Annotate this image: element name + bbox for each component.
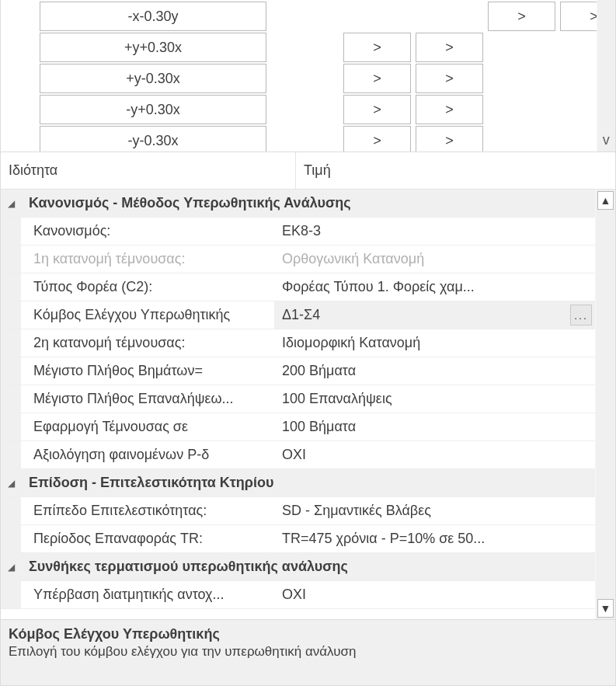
property-row[interactable]: Κόμβος Ελέγχου ΥπερωθητικήςΔ1-Σ4... bbox=[1, 301, 595, 329]
property-value[interactable]: 200 Βήματα bbox=[274, 357, 595, 385]
empty-cell bbox=[488, 126, 555, 151]
row-gutter bbox=[1, 441, 21, 468]
property-value-text: Ιδιομορφική Κατανομή bbox=[282, 335, 420, 351]
expand-icon[interactable]: ◢ bbox=[1, 553, 21, 580]
expand-icon[interactable]: ◢ bbox=[1, 469, 21, 496]
row-gutter bbox=[1, 581, 21, 608]
load-row: -x-0.30y>> bbox=[40, 2, 592, 31]
property-value-text: TR=475 χρόνια - P=10% σε 50... bbox=[282, 531, 485, 547]
scroll-down-icon[interactable]: v bbox=[597, 132, 615, 148]
property-grid-header: Ιδιότητα Τιμή bbox=[1, 152, 615, 190]
property-value[interactable]: Δ1-Σ4... bbox=[274, 301, 595, 329]
detail-button[interactable]: > bbox=[416, 64, 483, 93]
empty-cell bbox=[560, 126, 597, 151]
property-value-text: SD - Σημαντικές Βλάβες bbox=[282, 503, 431, 519]
property-label: 2η κατανομή τέμνουσας: bbox=[21, 329, 274, 357]
load-combination-cell[interactable]: +y+0.30x bbox=[40, 33, 266, 62]
property-value-text: 200 Βήματα bbox=[282, 363, 356, 379]
property-label: Κόμβος Ελέγχου Υπερωθητικής bbox=[21, 301, 274, 329]
property-label: Μέγιστο Πλήθος Επαναλήψεω... bbox=[21, 385, 274, 413]
property-value[interactable]: 100 Επαναλήψεις bbox=[274, 385, 595, 413]
load-combinations-body: -x-0.30y>>+y+0.30x>>+y-0.30x>>-y+0.30x>>… bbox=[1, 0, 597, 151]
property-value[interactable]: ΟΧΙ bbox=[274, 581, 595, 608]
property-row[interactable]: Κανονισμός:EK8-3 bbox=[1, 218, 595, 245]
load-combination-cell[interactable]: -x-0.30y bbox=[40, 2, 266, 31]
property-value-text: Ορθογωνική Κατανομή bbox=[282, 251, 424, 267]
load-combination-cell[interactable]: -y+0.30x bbox=[40, 95, 266, 124]
property-label: Υπέρβαση διατμητικής αντοχ... bbox=[21, 581, 274, 608]
property-row[interactable]: Περίοδος Επαναφοράς TR:TR=475 χρόνια - P… bbox=[1, 525, 595, 553]
property-row[interactable]: Μέγιστο Πλήθος Βημάτων=200 Βήματα bbox=[1, 357, 595, 385]
property-group-header[interactable]: ◢Κανονισμός - Μέθοδος Υπερωθητικής Ανάλυ… bbox=[1, 190, 595, 218]
property-group-header[interactable]: ◢Συνθήκες τερματισμού υπερωθητικής ανάλυ… bbox=[1, 553, 595, 581]
property-value-text: 100 Βήματα bbox=[282, 419, 356, 435]
group-title: Κανονισμός - Μέθοδος Υπερωθητικής Ανάλυσ… bbox=[21, 190, 595, 217]
description-panel: Κόμβος Ελέγχου Υπερωθητικής Επιλογή του … bbox=[1, 619, 615, 686]
detail-button[interactable]: > bbox=[488, 2, 555, 31]
property-value-text: ΟΧΙ bbox=[282, 587, 306, 603]
detail-button[interactable]: > bbox=[560, 2, 597, 31]
property-group-header[interactable]: ◢Επίδοση - Επιτελεστικότητα Κτηρίου bbox=[1, 469, 595, 497]
detail-button[interactable]: > bbox=[416, 126, 483, 151]
detail-button[interactable]: > bbox=[416, 33, 483, 62]
property-value[interactable]: Ορθογωνική Κατανομή bbox=[274, 245, 595, 273]
row-gutter bbox=[1, 273, 21, 301]
load-row: -y+0.30x>> bbox=[40, 95, 592, 124]
property-row[interactable]: Επίπεδο Επιτελεστικότητας:SD - Σημαντικέ… bbox=[1, 497, 595, 525]
load-combinations-grid: -x-0.30y>>+y+0.30x>>+y-0.30x>>-y+0.30x>>… bbox=[1, 0, 615, 152]
property-label: Μέγιστο Πλήθος Βημάτων= bbox=[21, 357, 274, 385]
property-label: Τύπος Φορέα (C2): bbox=[21, 273, 274, 301]
header-property: Ιδιότητα bbox=[1, 152, 296, 189]
ellipsis-button[interactable]: ... bbox=[570, 305, 592, 326]
property-value-text: EK8-3 bbox=[282, 223, 321, 239]
row-gutter bbox=[1, 218, 21, 245]
detail-button[interactable]: > bbox=[416, 95, 483, 124]
description-text: Επιλογή του κόμβου ελέγχου για την υπερω… bbox=[9, 644, 607, 660]
property-value[interactable]: SD - Σημαντικές Βλάβες bbox=[274, 497, 595, 524]
load-combination-cell[interactable]: +y-0.30x bbox=[40, 64, 266, 93]
row-gutter bbox=[1, 497, 21, 524]
group-title: Επίδοση - Επιτελεστικότητα Κτηρίου bbox=[21, 469, 595, 496]
property-label: Περίοδος Επαναφοράς TR: bbox=[21, 525, 274, 552]
property-row[interactable]: 2η κατανομή τέμνουσας:Ιδιομορφική Κατανο… bbox=[1, 329, 595, 357]
load-combination-cell[interactable]: -y-0.30x bbox=[40, 126, 266, 151]
detail-button[interactable]: > bbox=[343, 95, 411, 124]
property-row[interactable]: Υπέρβαση διατμητικής αντοχ...ΟΧΙ bbox=[1, 581, 595, 609]
property-value-text: 100 Επαναλήψεις bbox=[282, 391, 392, 407]
property-value-text: ΟΧΙ bbox=[282, 447, 306, 463]
property-row[interactable]: Μέγιστο Πλήθος Επαναλήψεω...100 Επαναλήψ… bbox=[1, 385, 595, 413]
property-grid-scrollbar[interactable]: ▲ ▼ bbox=[595, 190, 615, 619]
empty-cell bbox=[560, 95, 597, 124]
header-value: Τιμή bbox=[296, 152, 615, 189]
row-gutter bbox=[1, 413, 21, 441]
scroll-down-button[interactable]: ▼ bbox=[597, 599, 614, 618]
expand-icon[interactable]: ◢ bbox=[1, 190, 21, 217]
empty-cell bbox=[343, 2, 411, 31]
property-grid-body: ◢Κανονισμός - Μέθοδος Υπερωθητικής Ανάλυ… bbox=[1, 190, 595, 619]
load-grid-scrollbar[interactable]: v bbox=[597, 0, 615, 151]
empty-cell bbox=[560, 64, 597, 93]
spacer bbox=[271, 64, 339, 93]
row-gutter bbox=[1, 385, 21, 413]
spacer bbox=[271, 126, 339, 151]
property-row[interactable]: Εφαρμογή Τέμνουσας σε100 Βήματα bbox=[1, 413, 595, 441]
detail-button[interactable]: > bbox=[343, 33, 411, 62]
property-value[interactable]: EK8-3 bbox=[274, 218, 595, 245]
property-value[interactable]: ΟΧΙ bbox=[274, 441, 595, 468]
detail-button[interactable]: > bbox=[343, 64, 411, 93]
property-row[interactable]: 1η κατανομή τέμνουσας:Ορθογωνική Κατανομ… bbox=[1, 245, 595, 273]
property-row[interactable]: Αξιολόγηση φαινομένων P-δΟΧΙ bbox=[1, 441, 595, 469]
property-value[interactable]: TR=475 χρόνια - P=10% σε 50... bbox=[274, 525, 595, 552]
spacer bbox=[271, 2, 339, 31]
property-value[interactable]: Ιδιομορφική Κατανομή bbox=[274, 329, 595, 357]
property-value[interactable]: 100 Βήματα bbox=[274, 413, 595, 441]
property-grid: ◢Κανονισμός - Μέθοδος Υπερωθητικής Ανάλυ… bbox=[1, 190, 615, 619]
property-label: Κανονισμός: bbox=[21, 218, 274, 245]
property-value[interactable]: Φορέας Τύπου 1. Φορείς χαμ... bbox=[274, 273, 595, 301]
property-label: 1η κατανομή τέμνουσας: bbox=[21, 245, 274, 273]
detail-button[interactable]: > bbox=[343, 126, 411, 151]
empty-cell bbox=[488, 33, 555, 62]
scroll-up-button[interactable]: ▲ bbox=[597, 191, 614, 210]
property-row[interactable]: Τύπος Φορέα (C2):Φορέας Τύπου 1. Φορείς … bbox=[1, 273, 595, 301]
load-row: -y-0.30x>> bbox=[40, 126, 592, 151]
